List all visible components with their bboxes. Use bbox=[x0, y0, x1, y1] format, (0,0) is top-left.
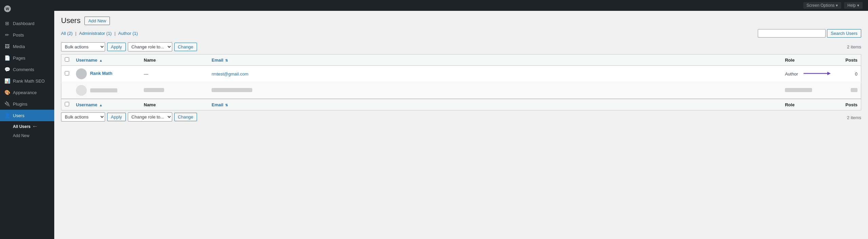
wordpress-icon: W bbox=[4, 5, 11, 12]
all-users-arrow: ← bbox=[32, 123, 38, 130]
sidebar-item-posts[interactable]: ✏ Posts bbox=[0, 29, 54, 41]
sidebar-item-rank-math-seo[interactable]: 📊 Rank Math SEO bbox=[0, 75, 54, 87]
row1-email-link[interactable]: rmtest@gmail.com bbox=[212, 71, 249, 77]
row2-role-placeholder bbox=[785, 88, 812, 92]
row2-name-cell bbox=[140, 82, 208, 99]
select-all-checkbox-bottom[interactable] bbox=[65, 102, 69, 106]
row2-name-placeholder bbox=[144, 88, 164, 92]
screen-options-button[interactable]: Screen Options ▾ bbox=[803, 2, 842, 9]
row2-checkbox-cell bbox=[61, 82, 73, 99]
footer-header-role: Role bbox=[782, 99, 834, 110]
pages-icon: 📄 bbox=[4, 55, 10, 61]
change-button-top[interactable]: Change bbox=[174, 43, 197, 51]
sidebar: W ⊞ Dashboard ✏ Posts 🖼 Media 📄 Pages 💬 … bbox=[0, 0, 54, 239]
row1-name-cell: — bbox=[140, 66, 208, 82]
header-role: Role bbox=[782, 55, 834, 66]
footer-header-email: Email ⇅ bbox=[208, 99, 782, 110]
add-new-button[interactable]: Add New bbox=[84, 17, 110, 25]
users-table: Username ▲ Name Email ⇅ Role Posts bbox=[61, 54, 861, 110]
footer-header-checkbox-col bbox=[61, 99, 73, 110]
table-footer-header-row: Username ▲ Name Email ⇅ Role Posts bbox=[61, 99, 861, 110]
svg-marker-1 bbox=[827, 72, 831, 75]
sidebar-subitem-all-users[interactable]: All Users ← bbox=[0, 121, 54, 132]
search-users-button[interactable]: Search Users bbox=[827, 29, 861, 38]
sidebar-item-users[interactable]: 👤 Users bbox=[0, 110, 54, 121]
sidebar-item-plugins[interactable]: 🔌 Plugins bbox=[0, 98, 54, 110]
bulk-actions-select-top[interactable]: Bulk actions bbox=[61, 42, 105, 51]
page-title: Users bbox=[61, 16, 80, 25]
header-posts: Posts bbox=[834, 55, 861, 66]
row2-email-placeholder bbox=[212, 88, 252, 92]
filter-administrator[interactable]: Administrator (1) bbox=[79, 31, 112, 36]
help-button[interactable]: Help ▾ bbox=[844, 2, 863, 9]
screen-options-chevron-icon: ▾ bbox=[836, 3, 838, 8]
row2-email-cell bbox=[208, 82, 782, 99]
select-all-checkbox-top[interactable] bbox=[65, 57, 69, 62]
users-icon: 👤 bbox=[4, 112, 10, 118]
search-input[interactable] bbox=[758, 29, 826, 38]
apply-button-top[interactable]: Apply bbox=[107, 43, 126, 51]
row1-email-cell: rmtest@gmail.com bbox=[208, 66, 782, 82]
topbar: Screen Options ▾ Help ▾ bbox=[54, 0, 868, 11]
row1-checkbox[interactable] bbox=[65, 71, 69, 75]
filter-author[interactable]: Author (1) bbox=[118, 31, 138, 36]
footer-header-name: Name bbox=[140, 99, 208, 110]
help-chevron-icon: ▾ bbox=[857, 3, 859, 8]
role-arrow-annotation bbox=[804, 70, 831, 78]
row1-avatar bbox=[76, 68, 87, 79]
page-header: Users Add New bbox=[61, 16, 861, 25]
footer-sort-email-link[interactable]: Email ⇅ bbox=[212, 102, 228, 107]
footer-header-username: Username ▲ bbox=[73, 99, 140, 110]
header-email: Email ⇅ bbox=[208, 55, 782, 66]
filter-sep2: | bbox=[114, 31, 115, 36]
toolbar-top: Bulk actions Apply Change role to... Cha… bbox=[61, 42, 197, 51]
sidebar-item-media[interactable]: 🖼 Media bbox=[0, 41, 54, 52]
sidebar-item-comments[interactable]: 💬 Comments bbox=[0, 64, 54, 75]
header-name: Name bbox=[140, 55, 208, 66]
dashboard-icon: ⊞ bbox=[4, 20, 10, 26]
purple-arrow-svg bbox=[804, 70, 831, 77]
row2-username-placeholder bbox=[90, 88, 117, 92]
main-content: Screen Options ▾ Help ▾ Users Add New Al… bbox=[54, 0, 868, 239]
row2-posts-cell bbox=[834, 82, 861, 99]
change-role-select-bottom[interactable]: Change role to... bbox=[128, 112, 172, 122]
sidebar-item-appearance[interactable]: 🎨 Appearance bbox=[0, 87, 54, 98]
row1-checkbox-cell bbox=[61, 66, 73, 82]
appearance-icon: 🎨 bbox=[4, 89, 10, 95]
sort-username-icon: ▲ bbox=[99, 59, 103, 62]
table-row: Rank Math — rmtest@gmail.com Author bbox=[61, 66, 861, 82]
toolbar-bottom: Bulk actions Apply Change role to... Cha… bbox=[61, 112, 197, 122]
header-username: Username ▲ bbox=[73, 55, 140, 66]
sidebar-logo: W bbox=[0, 0, 54, 18]
row2-role-cell bbox=[782, 82, 834, 99]
row1-username-link[interactable]: Rank Math bbox=[90, 71, 113, 76]
footer-sort-email-icon: ⇅ bbox=[225, 103, 228, 107]
filter-all[interactable]: All (2) bbox=[61, 31, 73, 36]
items-count-top: 2 items bbox=[847, 44, 861, 49]
media-icon: 🖼 bbox=[4, 43, 10, 49]
row2-avatar bbox=[76, 85, 87, 96]
filter-sep1: | bbox=[75, 31, 76, 36]
sort-email-link[interactable]: Email ⇅ bbox=[212, 58, 228, 63]
header-checkbox-col bbox=[61, 55, 73, 66]
sidebar-item-dashboard[interactable]: ⊞ Dashboard bbox=[0, 18, 54, 29]
sort-username-link[interactable]: Username ▲ bbox=[76, 58, 102, 63]
row2-posts-placeholder bbox=[851, 88, 857, 92]
sidebar-item-pages[interactable]: 📄 Pages bbox=[0, 52, 54, 64]
plugins-icon: 🔌 bbox=[4, 101, 10, 107]
bulk-actions-select-bottom[interactable]: Bulk actions bbox=[61, 112, 105, 122]
comments-icon: 💬 bbox=[4, 66, 10, 72]
row1-role-cell: Author bbox=[782, 66, 834, 82]
sort-email-icon: ⇅ bbox=[225, 59, 228, 62]
change-button-bottom[interactable]: Change bbox=[174, 113, 197, 121]
search-row: Search Users bbox=[758, 29, 861, 38]
filter-search-area: All (2) | Administrator (1) | Author (1)… bbox=[61, 29, 861, 40]
change-role-select-top[interactable]: Change role to... bbox=[128, 42, 172, 51]
apply-button-bottom[interactable]: Apply bbox=[107, 113, 126, 121]
footer-sort-username-link[interactable]: Username ▲ bbox=[76, 102, 102, 107]
row1-username-cell: Rank Math bbox=[73, 66, 140, 82]
table-header-row: Username ▲ Name Email ⇅ Role Posts bbox=[61, 55, 861, 66]
posts-icon: ✏ bbox=[4, 32, 10, 38]
sidebar-subitem-add-new[interactable]: Add New bbox=[0, 132, 54, 140]
items-count-bottom: 2 items bbox=[847, 115, 861, 120]
